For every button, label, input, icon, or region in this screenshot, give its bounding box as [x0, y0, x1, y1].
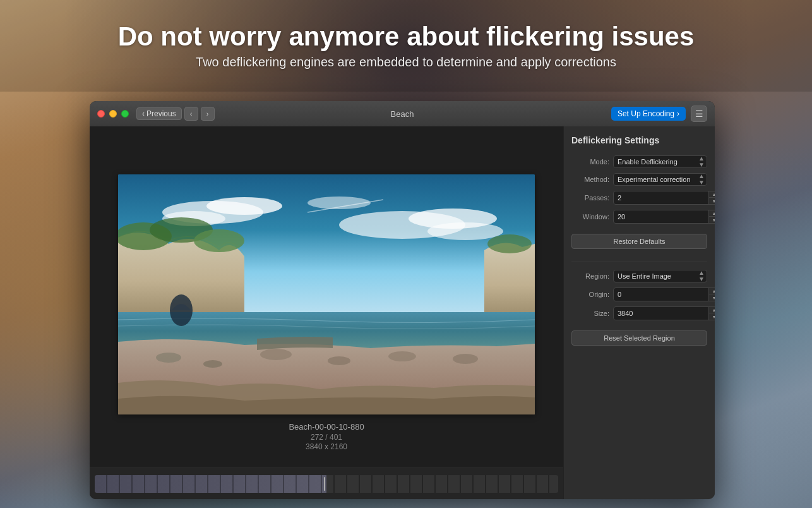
- scene-image: [118, 174, 535, 414]
- timeline: [90, 468, 563, 499]
- mode-row: Mode: Enable Deflickering Disable Deflic…: [571, 155, 707, 168]
- window-row: Window: ▲ ▼: [571, 210, 707, 224]
- image-filename: Beach-00-00-10-880: [289, 422, 364, 432]
- svg-point-19: [453, 354, 478, 364]
- svg-point-17: [328, 356, 350, 365]
- image-panel: Beach-00-00-10-880 272 / 401 3840 x 2160: [90, 126, 563, 499]
- size-w-buttons: ▲ ▼: [708, 307, 715, 320]
- size-inputs: ▲ ▼ ▲ ▼: [613, 306, 715, 320]
- passes-stepper: ▲ ▼: [613, 191, 715, 205]
- size-w-decrement[interactable]: ▼: [709, 313, 715, 320]
- svg-point-11: [194, 229, 244, 252]
- window-increment[interactable]: ▲: [709, 210, 715, 217]
- origin-inputs: ▲ ▼ ▲ ▼: [613, 287, 715, 301]
- passes-input[interactable]: [614, 192, 708, 203]
- deflickering-settings-title: Deflickering Settings: [571, 135, 707, 145]
- size-controls: ▲ ▼ ▲ ▼: [613, 306, 715, 320]
- size-w-wrap: ▲ ▼: [613, 306, 715, 320]
- origin-x-buttons: ▲ ▼: [708, 288, 715, 301]
- back-arrow-icon: ‹: [190, 110, 193, 118]
- restore-defaults-button[interactable]: Restore Defaults: [571, 234, 707, 249]
- method-row: Method: Experimental correction (slower)…: [571, 173, 707, 186]
- origin-label: Origin:: [571, 291, 609, 298]
- mode-label: Mode:: [571, 158, 609, 166]
- svg-point-12: [487, 234, 532, 253]
- svg-point-14: [156, 353, 181, 363]
- image-info: Beach-00-00-10-880 272 / 401 3840 x 2160: [289, 422, 364, 451]
- origin-x-decrement[interactable]: ▼: [709, 294, 715, 301]
- header-subtitle: Two deflickering engines are embedded to…: [196, 55, 616, 70]
- scrubber-thumb: [324, 477, 325, 491]
- maximize-button[interactable]: [121, 110, 129, 118]
- svg-point-15: [203, 360, 222, 368]
- scrubber-filled: [95, 475, 326, 493]
- close-button[interactable]: [97, 110, 105, 118]
- app-window: ‹ Previous ‹ › Beach Set Up Encoding › ☰: [90, 101, 715, 499]
- svg-point-18: [388, 351, 416, 361]
- previous-label: Previous: [146, 109, 176, 118]
- region-row: Region: Use Entire Image Custom Region ▲…: [571, 270, 707, 282]
- method-control: Experimental correction (slower) Standar…: [613, 173, 707, 186]
- svg-point-2: [206, 197, 282, 215]
- window-stepper-buttons: ▲ ▼: [708, 210, 715, 223]
- chevron-left-icon: ‹: [142, 109, 145, 118]
- size-width-input[interactable]: [614, 308, 708, 319]
- origin-x-wrap: ▲ ▼: [613, 287, 715, 301]
- svg-point-6: [427, 222, 503, 240]
- image-frame: 272 / 401: [289, 433, 364, 442]
- window-stepper: ▲ ▼: [613, 210, 715, 224]
- passes-row: Passes: ▲ ▼: [571, 191, 707, 205]
- origin-controls: ▲ ▼ ▲ ▼: [613, 287, 715, 301]
- nav-buttons: ‹ Previous ‹ ›: [136, 107, 215, 121]
- setup-encoding-arrow-icon: ›: [677, 109, 679, 118]
- previous-button[interactable]: ‹ Previous: [136, 107, 182, 120]
- size-label: Size:: [571, 310, 609, 317]
- image-resolution: 3840 x 2160: [289, 442, 364, 451]
- back-arrow-button[interactable]: ‹: [184, 107, 198, 121]
- settings-panel: Deflickering Settings Mode: Enable Defli…: [563, 126, 715, 499]
- passes-control: ▲ ▼: [613, 191, 715, 205]
- window-input[interactable]: [614, 211, 708, 222]
- region-control: Use Entire Image Custom Region ▲▼: [613, 270, 707, 282]
- passes-label: Passes:: [571, 194, 609, 202]
- passes-increment[interactable]: ▲: [709, 191, 715, 198]
- traffic-lights: [97, 110, 129, 118]
- header-section: Do not worry anymore about flickering is…: [0, 0, 812, 92]
- passes-decrement[interactable]: ▼: [709, 198, 715, 204]
- size-w-stepper: ▲ ▼: [613, 306, 715, 320]
- mode-select[interactable]: Enable Deflickering Disable Deflickering: [613, 155, 707, 168]
- main-content: Beach-00-00-10-880 272 / 401 3840 x 2160…: [90, 126, 715, 499]
- window-label: Window:: [571, 213, 609, 221]
- settings-icon: ☰: [695, 109, 703, 119]
- window-title: Beach: [391, 109, 414, 119]
- svg-point-16: [260, 349, 292, 360]
- size-w-increment[interactable]: ▲: [709, 307, 715, 313]
- image-viewer: [118, 174, 535, 414]
- forward-arrow-button[interactable]: ›: [201, 107, 215, 121]
- setup-encoding-label: Set Up Encoding: [618, 109, 674, 118]
- minimize-button[interactable]: [109, 110, 117, 118]
- mode-control: Enable Deflickering Disable Deflickering…: [613, 155, 707, 168]
- settings-button[interactable]: ☰: [691, 106, 707, 122]
- origin-x-input[interactable]: [614, 289, 708, 300]
- scrubber-track[interactable]: [95, 475, 558, 493]
- divider-1: [571, 262, 707, 262]
- window-control: ▲ ▼: [613, 210, 715, 224]
- origin-row: Origin: ▲ ▼: [571, 287, 707, 301]
- method-select[interactable]: Experimental correction (slower) Standar…: [613, 173, 707, 186]
- region-label: Region:: [571, 272, 609, 280]
- reset-region-button[interactable]: Reset Selected Region: [571, 330, 707, 346]
- method-label: Method:: [571, 176, 609, 183]
- forward-arrow-icon: ›: [206, 110, 209, 118]
- title-bar-right: Set Up Encoding › ☰: [611, 106, 707, 122]
- header-title: Do not worry anymore about flickering is…: [118, 22, 695, 51]
- window-decrement[interactable]: ▼: [709, 217, 715, 223]
- title-bar: ‹ Previous ‹ › Beach Set Up Encoding › ☰: [90, 101, 715, 126]
- passes-stepper-buttons: ▲ ▼: [708, 191, 715, 204]
- size-row: Size: ▲ ▼: [571, 306, 707, 320]
- setup-encoding-button[interactable]: Set Up Encoding ›: [611, 107, 686, 121]
- origin-x-stepper: ▲ ▼: [613, 287, 715, 301]
- region-select[interactable]: Use Entire Image Custom Region: [613, 270, 707, 282]
- origin-x-increment[interactable]: ▲: [709, 288, 715, 294]
